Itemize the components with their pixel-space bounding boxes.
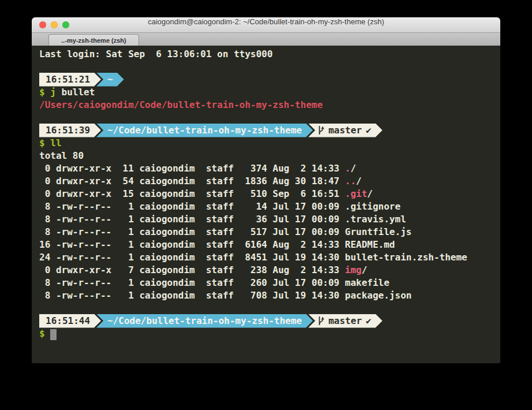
- terminal-line: 8 -rw-r--r-- 1 caiogondim staff 517 Jul …: [39, 226, 500, 238]
- terminal-line: 8 -rw-r--r-- 1 caiogondim staff 36 Jul 1…: [39, 213, 500, 226]
- terminal-text: 0 drwxr-xr-x 11 caiogondim staff 374 Aug…: [39, 163, 345, 174]
- terminal-text: 24 -rw-r--r-- 1 caiogondim staff 8451 Ju…: [39, 252, 467, 263]
- prompt-time-segment: 16:51:44: [39, 314, 101, 328]
- prompt-time-segment: 16:51:39: [39, 124, 101, 137]
- terminal-text: .git: [345, 188, 368, 199]
- terminal-text: /: [367, 188, 373, 199]
- terminal-text: 0 drwxr-xr-x 15 caiogondim staff 510 Sep…: [39, 188, 345, 199]
- window-title: caiogondim@caiogondim-2: ~/Code/bullet-t…: [32, 17, 500, 32]
- terminal-text: 8 -rw-r--r-- 1 caiogondim staff 36 Jul 1…: [39, 214, 406, 225]
- prompt-git-segment: master✔: [308, 124, 382, 137]
- terminal-line: /Users/caiogondim/Code/bullet-train-oh-m…: [39, 99, 500, 111]
- terminal-text: img: [345, 264, 362, 275]
- prompt-directory-segment: ~/Code/bullet-train-oh-my-zsh-theme: [96, 314, 313, 328]
- prompt-line: 16:51:21~: [39, 73, 500, 86]
- terminal-text: /Users/caiogondim/Code/bullet-train-oh-m…: [39, 99, 323, 110]
- git-branch-icon: [318, 125, 324, 135]
- terminal-line: 0 drwxr-xr-x 7 caiogondim staff 238 Aug …: [39, 264, 500, 277]
- terminal-body[interactable]: Last login: Sat Sep 6 13:06:01 on ttys00…: [32, 46, 500, 363]
- terminal-line: 8 -rw-r--r-- 1 caiogondim staff 14 Jul 1…: [39, 200, 500, 213]
- prompt-git-segment: master✔: [308, 314, 382, 328]
- terminal-blank-line: [39, 61, 500, 73]
- terminal-text: $ j: [39, 87, 56, 98]
- git-branch-name: master: [328, 125, 362, 136]
- terminal-text: Last login: Sat Sep 6 13:06:01 on ttys00…: [39, 49, 273, 59]
- terminal-text: 16 -rw-r--r-- 1 caiogondim staff 6164 Au…: [39, 239, 395, 250]
- terminal-line: 0 drwxr-xr-x 11 caiogondim staff 374 Aug…: [39, 162, 500, 175]
- terminal-text: total 80: [39, 150, 84, 161]
- terminal-line: 16 -rw-r--r-- 1 caiogondim staff 6164 Au…: [39, 238, 500, 251]
- git-clean-icon: ✔: [366, 315, 372, 326]
- terminal-line: 0 drwxr-xr-x 54 caiogondim staff 1836 Au…: [39, 175, 500, 188]
- git-branch-name: master: [328, 315, 362, 326]
- tab-zsh-session[interactable]: ..-my-zsh-theme (zsh): [48, 34, 139, 46]
- terminal-line: total 80: [39, 150, 500, 162]
- terminal-text: 8 -rw-r--r-- 1 caiogondim staff 517 Jul …: [39, 226, 411, 237]
- terminal-text: 8 -rw-r--r-- 1 caiogondim staff 708 Jul …: [39, 290, 411, 301]
- prompt-time-segment: 16:51:21: [39, 73, 101, 87]
- terminal-line: 8 -rw-r--r-- 1 caiogondim staff 708 Jul …: [39, 289, 500, 302]
- terminal-line: 8 -rw-r--r-- 1 caiogondim staff 260 Jul …: [39, 277, 500, 289]
- terminal-blank-line: [39, 302, 500, 315]
- terminal-cursor: [50, 329, 57, 340]
- terminal-line: 0 drwxr-xr-x 15 caiogondim staff 510 Sep…: [39, 188, 500, 200]
- git-clean-icon: ✔: [366, 125, 372, 136]
- terminal-text: /: [356, 176, 362, 187]
- terminal-text: $: [39, 328, 50, 339]
- terminal-blank-line: [39, 111, 500, 124]
- terminal-line: 24 -rw-r--r-- 1 caiogondim staff 8451 Ju…: [39, 251, 500, 264]
- terminal-line: $ j bullet: [39, 86, 500, 99]
- terminal-text: 0 drwxr-xr-x 7 caiogondim staff 238 Aug …: [39, 264, 345, 275]
- prompt-line: 16:51:39~/Code/bullet-train-oh-my-zsh-th…: [39, 124, 500, 137]
- window-titlebar[interactable]: caiogondim@caiogondim-2: ~/Code/bullet-t…: [32, 17, 500, 33]
- terminal-line: Last login: Sat Sep 6 13:06:01 on ttys00…: [39, 48, 500, 61]
- terminal-text: 0 drwxr-xr-x 54 caiogondim staff 1836 Au…: [39, 176, 345, 187]
- terminal-text: .: [345, 163, 351, 174]
- terminal-line: $: [39, 327, 500, 340]
- git-branch-icon: [318, 316, 324, 326]
- terminal-text: /: [350, 163, 356, 174]
- terminal-text: 8 -rw-r--r-- 1 caiogondim staff 14 Jul 1…: [39, 201, 400, 212]
- prompt-directory-segment: ~/Code/bullet-train-oh-my-zsh-theme: [96, 124, 313, 137]
- terminal-text: /: [362, 264, 368, 275]
- terminal-text: 8 -rw-r--r-- 1 caiogondim staff 260 Jul …: [39, 277, 389, 288]
- tab-bar: ..-my-zsh-theme (zsh): [32, 33, 500, 46]
- terminal-text: $ ll: [39, 137, 62, 148]
- terminal-line: $ ll: [39, 137, 500, 150]
- terminal-text: ..: [345, 176, 356, 187]
- terminal-text: bullet: [56, 87, 95, 98]
- terminal-window: caiogondim@caiogondim-2: ~/Code/bullet-t…: [32, 17, 500, 363]
- prompt-line: 16:51:44~/Code/bullet-train-oh-my-zsh-th…: [39, 315, 500, 327]
